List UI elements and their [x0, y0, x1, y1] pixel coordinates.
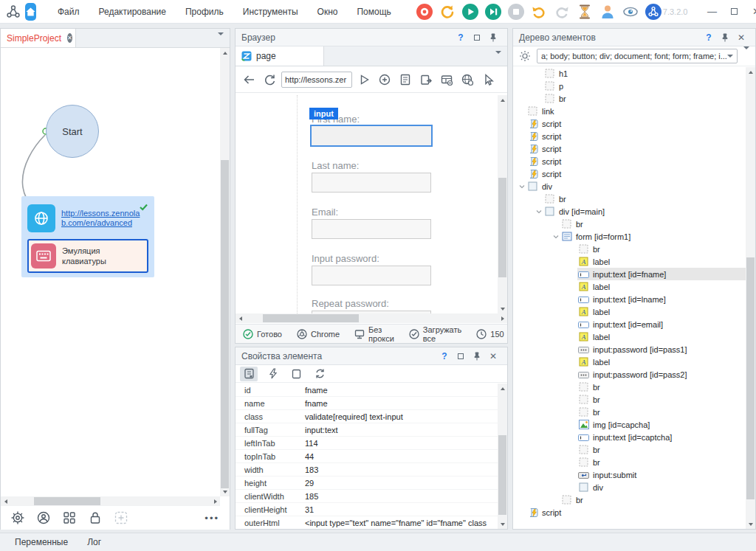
tree-item-br[interactable]: br: [513, 381, 746, 393]
page-source-icon[interactable]: [396, 71, 414, 89]
project-tabs-dropdown-icon[interactable]: [218, 35, 224, 49]
chevron-down-icon[interactable]: [534, 209, 543, 215]
property-row-topInTab[interactable]: topInTab44: [236, 450, 498, 463]
settings-gear-icon[interactable]: [10, 510, 26, 526]
tree-item-input-submit[interactable]: input:submit: [513, 468, 746, 481]
flowchart-canvas[interactable]: Start http://lessons.zennola b.com/en/ad…: [1, 48, 230, 516]
refresh-icon[interactable]: [261, 71, 278, 89]
bottom-tab-переменные[interactable]: Переменные: [15, 537, 68, 547]
tab-simpleproject[interactable]: SimpleProject ✕: [1, 29, 76, 47]
events-lightning-icon[interactable]: [264, 367, 281, 381]
zoom-add-icon[interactable]: [376, 71, 394, 89]
tree-item-script[interactable]: script: [513, 155, 746, 167]
refresh-properties-icon[interactable]: [311, 367, 329, 381]
property-row-height[interactable]: height29: [236, 477, 498, 490]
tree-item-label[interactable]: Alabel: [513, 305, 746, 318]
browser-hscrollbar[interactable]: [236, 313, 507, 323]
property-row-name[interactable]: namefname: [236, 397, 498, 410]
tree-item-div-id-main[interactable]: div [id=main]: [513, 205, 746, 218]
tree-item-p[interactable]: p: [513, 80, 746, 92]
lock-icon[interactable]: [87, 510, 103, 526]
canvas-vscrollbar[interactable]: [220, 48, 230, 496]
flow-action-keyboard-emulation[interactable]: Эмуляция клавиатуры: [27, 239, 148, 273]
grid-view-icon[interactable]: [61, 510, 78, 526]
step-forward-icon[interactable]: [484, 2, 503, 21]
url-input[interactable]: [281, 72, 352, 88]
pin-icon[interactable]: [485, 31, 501, 44]
status-chrome[interactable]: Chrome: [297, 329, 340, 339]
pin-icon[interactable]: [469, 350, 485, 363]
home-button[interactable]: [25, 3, 36, 21]
tree-item-input-text-id-fname[interactable]: input:text [id=fname]: [513, 268, 746, 280]
status-check-gray[interactable]: Загружать все: [409, 325, 461, 343]
action-url-link[interactable]: http://lessons.zennola b.com/en/advanced: [61, 209, 140, 228]
property-row-clientWidth[interactable]: clientWidth185: [236, 490, 498, 503]
tree-item-input-password-id-pass2[interactable]: input:password [id=pass2]: [513, 368, 746, 381]
flow-start-node[interactable]: Start: [46, 105, 99, 158]
menu-помощь[interactable]: Помощь: [348, 3, 399, 21]
tables-icon[interactable]: [438, 71, 456, 89]
filter-settings-icon[interactable]: [519, 50, 531, 62]
tree-item-div[interactable]: div: [513, 180, 746, 193]
network-icon[interactable]: [458, 71, 476, 89]
property-row-outerHtml[interactable]: outerHtml<input type="text" name="fname"…: [236, 516, 498, 529]
tree-item-br[interactable]: br: [513, 406, 746, 418]
tree-vscrollbar[interactable]: [746, 67, 755, 529]
eye-icon[interactable]: [622, 2, 640, 21]
status-monitor[interactable]: Без прокси: [354, 325, 394, 343]
tree-item-br[interactable]: br: [513, 493, 746, 506]
form-input[interactable]: [310, 125, 433, 147]
browser-vscrollbar[interactable]: [498, 95, 507, 313]
tag-filter-combobox[interactable]: a; body; button; div; document; font; fo…: [537, 49, 738, 63]
tree-item-br[interactable]: br: [513, 443, 746, 456]
property-row-clientHeight[interactable]: clientHeight31: [236, 503, 498, 516]
menu-окно[interactable]: Окно: [309, 3, 346, 21]
property-row-fullTag[interactable]: fullTaginput:text: [236, 423, 498, 437]
property-row-id[interactable]: idfname: [236, 384, 498, 397]
properties-vscrollbar[interactable]: [498, 384, 507, 529]
hourglass-icon[interactable]: [576, 2, 594, 21]
tree-item-img-id-capcha[interactable]: img [id=capcha]: [513, 418, 746, 431]
tree-item-script[interactable]: script: [513, 167, 746, 180]
tree-item-input-password-id-pass1[interactable]: input:password [id=pass1]: [513, 343, 746, 356]
tree-item-label[interactable]: Alabel: [513, 280, 746, 293]
tree-item-script[interactable]: script: [513, 142, 746, 155]
form-input[interactable]: [312, 219, 431, 239]
tree-item-link[interactable]: link: [513, 105, 746, 117]
property-row-class[interactable]: classvalidate[required] text-input: [236, 410, 498, 423]
tree-item-script[interactable]: script: [513, 117, 746, 130]
go-icon[interactable]: [355, 71, 373, 89]
canvas-hscrollbar[interactable]: [1, 496, 220, 506]
tree-item-input-text-id-lname[interactable]: input:text [id=lname]: [513, 293, 746, 305]
back-icon[interactable]: [240, 71, 258, 89]
tab-page[interactable]: page: [236, 46, 324, 66]
select-element-icon[interactable]: [479, 71, 497, 89]
page-export-icon[interactable]: [417, 71, 435, 89]
form-input[interactable]: [312, 266, 431, 285]
play-icon[interactable]: [461, 2, 480, 21]
help-icon[interactable]: ?: [701, 31, 717, 44]
tree-item-br[interactable]: br: [513, 243, 746, 255]
browser-viewport[interactable]: input First name:Last name:Email:Input p…: [236, 95, 507, 313]
menu-файл[interactable]: Файл: [49, 3, 88, 21]
maximize-panel-icon[interactable]: [469, 31, 485, 44]
record-icon[interactable]: [416, 2, 434, 21]
pin-icon[interactable]: [717, 31, 733, 44]
form-input[interactable]: [312, 173, 431, 193]
minimize-button[interactable]: —: [701, 3, 723, 21]
tree-item-script[interactable]: script: [513, 506, 746, 519]
undo-icon[interactable]: [530, 2, 549, 21]
tree-item-br[interactable]: br: [513, 193, 746, 205]
tree-item-script[interactable]: script: [513, 130, 746, 142]
profile-circle-icon[interactable]: [35, 510, 52, 526]
more-options-button[interactable]: •••: [205, 513, 219, 524]
tab-close-icon[interactable]: ✕: [67, 33, 72, 43]
tree-item-h1[interactable]: h1: [513, 67, 746, 80]
menu-профиль[interactable]: Профиль: [177, 3, 232, 21]
tree-item-label[interactable]: Alabel: [513, 330, 746, 343]
tree-item-input-text-id-email[interactable]: input:text [id=email]: [513, 318, 746, 330]
profile-icon[interactable]: [599, 2, 617, 21]
property-row-leftInTab[interactable]: leftInTab114: [236, 437, 498, 450]
help-icon[interactable]: ?: [453, 31, 469, 44]
copy-icon[interactable]: [287, 367, 305, 381]
